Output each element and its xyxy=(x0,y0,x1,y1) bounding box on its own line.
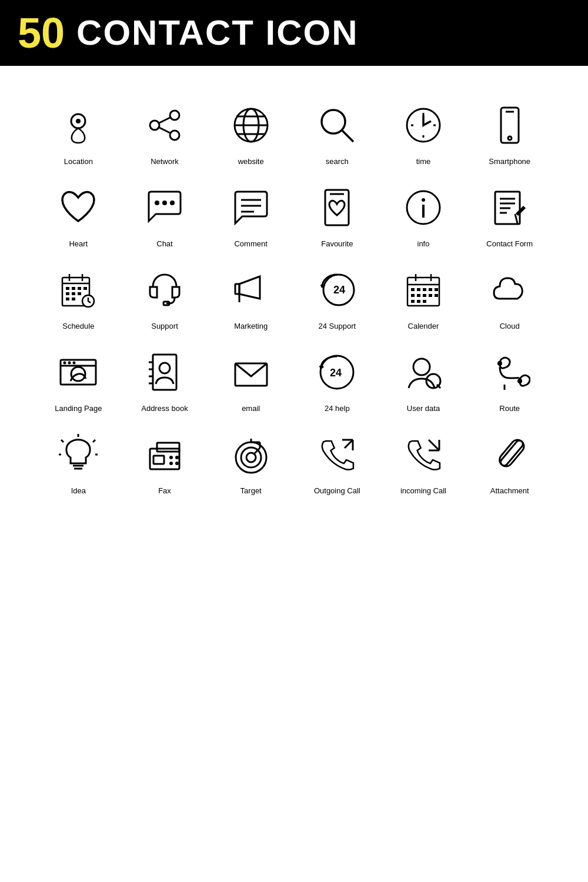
search-label: search xyxy=(326,157,349,166)
icon-location: Location xyxy=(35,89,122,172)
smartphone-icon xyxy=(486,102,533,149)
header-title: CONTACT ICON xyxy=(76,15,359,51)
icon-time: time xyxy=(380,89,467,172)
user-data-icon xyxy=(400,349,447,396)
svg-rect-64 xyxy=(423,288,426,291)
svg-point-1 xyxy=(76,119,81,123)
heart-icon xyxy=(55,184,102,231)
icon-address-book: Address book xyxy=(122,336,208,419)
incoming-call-label: incoming Call xyxy=(400,486,446,495)
svg-line-119 xyxy=(345,440,353,448)
user-data-label: User data xyxy=(407,404,440,413)
address-book-label: Address book xyxy=(141,404,188,413)
svg-point-77 xyxy=(64,362,66,365)
svg-rect-67 xyxy=(411,294,415,297)
info-icon xyxy=(400,184,447,231)
svg-rect-70 xyxy=(429,294,432,297)
svg-text:24: 24 xyxy=(330,367,342,379)
svg-rect-28 xyxy=(325,190,349,225)
support-icon xyxy=(141,266,188,313)
fax-icon xyxy=(141,431,188,478)
attachment-icon xyxy=(486,431,533,478)
icon-search: search xyxy=(294,89,380,172)
address-book-icon xyxy=(141,349,188,396)
icon-network: Network xyxy=(122,89,208,172)
attachment-label: Attachment xyxy=(490,486,529,495)
svg-point-3 xyxy=(150,121,159,130)
icon-smartphone: Smartphone xyxy=(466,89,553,172)
info-label: info xyxy=(417,239,430,248)
icon-route: Route xyxy=(466,336,553,419)
svg-line-6 xyxy=(159,128,170,133)
svg-point-22 xyxy=(155,201,159,205)
svg-point-90 xyxy=(413,359,430,375)
icon-support: Support xyxy=(122,254,208,336)
svg-rect-54 xyxy=(235,284,239,294)
landing-page-label: Landing Page xyxy=(55,404,102,413)
outgoing-call-icon xyxy=(313,431,360,478)
svg-line-5 xyxy=(159,118,170,123)
svg-line-38 xyxy=(515,214,517,223)
contact-form-label: Contact Form xyxy=(486,239,533,248)
svg-rect-45 xyxy=(78,287,81,290)
support-label: Support xyxy=(151,322,178,330)
favourite-icon xyxy=(313,184,360,231)
schedule-label: Schedule xyxy=(62,322,94,330)
svg-rect-72 xyxy=(411,300,415,303)
chat-icon xyxy=(141,184,188,231)
svg-rect-66 xyxy=(435,288,438,291)
incoming-call-icon xyxy=(400,431,447,478)
svg-point-12 xyxy=(322,110,345,133)
route-icon xyxy=(486,349,533,396)
header-number: 50 xyxy=(18,12,65,54)
svg-rect-104 xyxy=(157,443,179,452)
idea-label: Idea xyxy=(71,486,86,495)
icon-24support: 24 24 Support xyxy=(294,254,380,336)
svg-point-86 xyxy=(159,363,170,373)
smartphone-label: Smartphone xyxy=(489,157,530,166)
time-label: time xyxy=(416,157,431,166)
favourite-label: Favourite xyxy=(321,239,353,248)
icon-target: Target xyxy=(208,419,294,501)
svg-point-4 xyxy=(170,131,179,140)
network-icon xyxy=(141,102,188,149)
icon-outgoing-call: Outgoing Call xyxy=(294,419,380,501)
cloud-label: Cloud xyxy=(500,322,520,330)
svg-line-13 xyxy=(342,131,353,142)
landing-page-icon xyxy=(55,349,102,396)
svg-rect-50 xyxy=(66,298,69,300)
svg-rect-46 xyxy=(83,287,87,290)
icon-idea: Idea xyxy=(35,419,122,501)
comment-icon xyxy=(228,184,275,231)
svg-rect-74 xyxy=(423,300,426,303)
fax-label: Fax xyxy=(158,486,171,495)
icon-24help: 24 24 help xyxy=(294,336,380,419)
icon-calender: Calender xyxy=(380,254,467,336)
route-label: Route xyxy=(499,404,520,413)
svg-point-94 xyxy=(517,379,522,383)
svg-rect-73 xyxy=(417,300,420,303)
comment-label: Comment xyxy=(234,239,267,248)
contact-form-icon xyxy=(486,184,533,231)
svg-rect-44 xyxy=(72,287,75,290)
location-icon xyxy=(55,102,102,149)
email-icon xyxy=(228,349,275,396)
header: 50 CONTACT ICON xyxy=(0,0,588,66)
chat-label: Chat xyxy=(156,239,172,248)
svg-text:24: 24 xyxy=(333,284,345,296)
icon-attachment: Attachment xyxy=(466,419,553,501)
svg-rect-81 xyxy=(153,355,176,390)
svg-rect-63 xyxy=(417,288,420,291)
svg-rect-49 xyxy=(78,292,81,295)
icon-fax: Fax xyxy=(122,419,208,501)
svg-point-24 xyxy=(170,201,175,205)
svg-point-78 xyxy=(68,362,71,365)
icon-comment: Comment xyxy=(208,172,294,254)
network-label: Network xyxy=(151,157,179,166)
icon-cloud: Cloud xyxy=(466,254,553,336)
outgoing-call-label: Outgoing Call xyxy=(314,486,360,495)
icon-contact-form: Contact Form xyxy=(466,172,553,254)
target-icon xyxy=(228,431,275,478)
search-icon xyxy=(313,102,360,149)
icon-schedule: Schedule xyxy=(35,254,122,336)
